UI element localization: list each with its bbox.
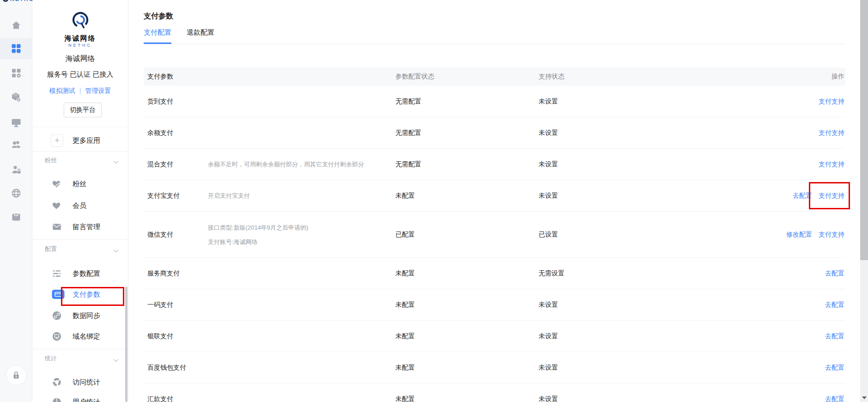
pay-support-link-highlighted[interactable]: 支付支持	[819, 192, 844, 200]
simulate-test-link[interactable]: 模拟测试	[49, 87, 75, 94]
go-configure-link[interactable]: 去配置	[825, 395, 844, 402]
desc-line: 接口类型:新版(2014年9月之后申请的)	[208, 220, 395, 235]
config-status: 无需配置	[395, 97, 539, 106]
sidebar-item-messages[interactable]: 留言管理	[32, 220, 128, 234]
apps-grid-icon[interactable]	[11, 43, 22, 54]
window-scrollbar[interactable]	[860, 0, 868, 402]
go-configure-link[interactable]: 去配置	[825, 269, 844, 278]
support-status: 已设置	[539, 231, 786, 239]
scrollbar-down-arrow-icon[interactable]	[862, 396, 867, 399]
table-header-row: 支付参数 参数配置状态 支持状态 操作	[144, 67, 845, 86]
sidebar-item-param-config[interactable]: 参数配置	[32, 267, 128, 280]
sidebar-section-stats[interactable]: 统计	[45, 354, 121, 364]
sidebar-item-fans[interactable]: 粉丝	[32, 177, 128, 191]
link-sync-icon	[52, 311, 62, 321]
pay-support-link[interactable]: 支付支持	[819, 231, 844, 239]
module-cube-icon[interactable]	[11, 91, 22, 103]
support-status: 未设置	[539, 160, 819, 169]
sidebar-item-label: 支付参数	[73, 287, 100, 301]
corner-brand-text: NETHC	[10, 0, 34, 2]
config-status: 未配置	[395, 301, 539, 309]
sidebar-item-payment-params[interactable]: 支付参数	[32, 287, 128, 301]
pay-support-link[interactable]: 支付支持	[819, 160, 844, 169]
table-row: 一码支付 未配置 未设置 去配置	[144, 289, 845, 321]
sidebar-item-label: 访问统计	[73, 375, 100, 389]
org-logo: 海诚网络 NETHC	[32, 11, 128, 48]
sidebar: 海诚网络 NETHC 海诚网络 服务号 已认证 已接入 模拟测试|管理设置 切换…	[32, 0, 128, 402]
payment-name: 百度钱包支付	[147, 364, 208, 372]
users-icon[interactable]	[11, 139, 22, 150]
payment-name: 汇款支付	[147, 395, 208, 402]
header-operations: 操作	[832, 73, 845, 81]
support-status: 无需设置	[539, 269, 825, 278]
apps-manage-icon[interactable]	[11, 67, 22, 79]
pie-chart-icon	[52, 397, 62, 402]
pay-support-link[interactable]: 支付支持	[819, 97, 844, 106]
donut-chart-icon	[52, 377, 62, 387]
sidebar-item-domain-binding[interactable]: 域名绑定	[32, 329, 128, 343]
section-label: 配置	[45, 245, 57, 252]
page-title: 支付参数	[144, 10, 845, 22]
switch-platform-button[interactable]: 切换平台	[64, 103, 102, 117]
sidebar-item-label: 会员	[73, 199, 86, 213]
payment-desc: 开启支付宝支付	[208, 189, 395, 203]
table-row: 支付宝支付 开启支付宝支付 未配置 未设置 去配置 支付支持	[144, 180, 845, 212]
go-configure-link[interactable]: 去配置	[825, 332, 844, 341]
globe-icon[interactable]	[11, 188, 22, 199]
tab-bar: 支付配置 退款配置	[144, 28, 845, 44]
support-status: 未设置	[539, 395, 825, 402]
shop-bag-icon[interactable]	[11, 211, 22, 222]
sidebar-scrollbar[interactable]	[125, 286, 127, 402]
sidebar-item-data-sync[interactable]: 数据同步	[32, 309, 128, 323]
heart-icon	[52, 201, 62, 211]
home-icon[interactable]	[11, 20, 22, 31]
payment-name: 银联支付	[147, 332, 208, 341]
payment-name: 服务商支付	[147, 269, 208, 278]
sidebar-item-members[interactable]: 会员	[32, 199, 128, 213]
sidebar-item-visit-stats[interactable]: 访问统计	[32, 375, 128, 389]
monitor-icon[interactable]	[11, 117, 22, 128]
table-row: 汇款支付 未配置 未设置 去配置	[144, 384, 845, 402]
config-status: 未配置	[395, 332, 539, 341]
manage-settings-link[interactable]: 管理设置	[85, 87, 111, 94]
sidebar-section-fans[interactable]: 粉丝	[45, 156, 121, 165]
table-row: 余额支付 无需配置 未设置 支付支持	[144, 117, 845, 149]
support-status: 未设置	[539, 301, 825, 309]
sidebar-section-config[interactable]: 配置	[45, 245, 121, 254]
config-status: 未配置	[395, 364, 539, 372]
payment-name: 余额支付	[147, 129, 208, 137]
section-label: 粉丝	[45, 157, 57, 164]
config-status: 未配置	[395, 395, 539, 402]
more-apps-label: 更多应用	[73, 131, 100, 150]
lock-icon	[11, 370, 21, 380]
app-window: NETHC	[0, 0, 868, 402]
table-row: 百度钱包支付 未配置 未设置 去配置	[144, 352, 845, 384]
org-logo-emblem-icon	[69, 11, 92, 31]
plus-icon: +	[51, 134, 63, 147]
scrollbar-thumb[interactable]	[860, 0, 868, 260]
chevron-down-icon	[113, 158, 119, 165]
divider	[32, 239, 128, 240]
payment-name: 一码支付	[147, 301, 208, 309]
collapse-lock-button[interactable]	[6, 365, 26, 385]
modify-config-link[interactable]: 修改配置	[786, 231, 812, 239]
more-apps-button[interactable]: + 更多应用	[32, 131, 128, 150]
user-permission-icon[interactable]	[11, 164, 22, 175]
payment-desc: 余额不足时，可用剩余余额付部分，用其它支付付剩余部分	[208, 157, 395, 171]
tab-payment-config[interactable]: 支付配置	[144, 28, 171, 44]
divider	[32, 127, 128, 127]
org-links: 模拟测试|管理设置	[32, 87, 128, 95]
go-configure-link[interactable]: 去配置	[825, 301, 844, 309]
go-configure-link[interactable]: 去配置	[793, 192, 812, 200]
corner-brand-emblem-icon	[3, 0, 8, 2]
config-status: 未配置	[395, 269, 539, 278]
payment-desc: 接口类型:新版(2014年9月之后申请的) 支付账号:海诚网络	[208, 220, 395, 249]
payment-name: 微信支付	[147, 231, 208, 239]
corner-brand-logo: NETHC	[3, 0, 34, 2]
go-configure-link[interactable]: 去配置	[825, 364, 844, 372]
divider	[32, 151, 128, 152]
pay-support-link[interactable]: 支付支持	[819, 129, 844, 137]
sidebar-item-user-stats[interactable]: 用户统计	[32, 395, 128, 402]
desc-line: 支付账号:海诚网络	[208, 235, 395, 249]
tab-refund-config[interactable]: 退款配置	[187, 28, 214, 44]
